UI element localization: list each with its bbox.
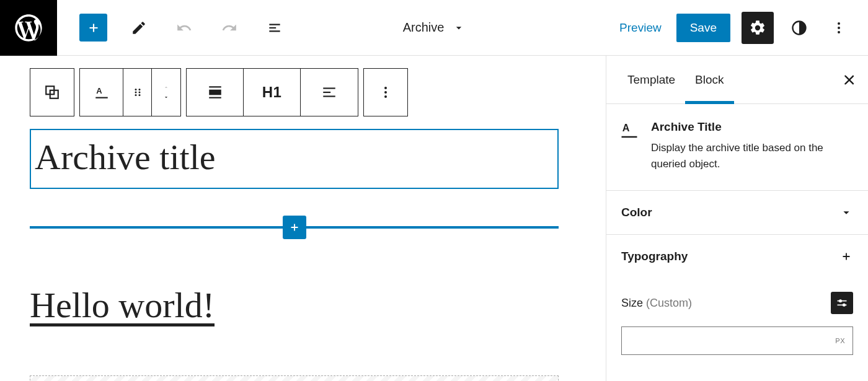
- close-icon: [842, 72, 857, 87]
- archive-title-block[interactable]: Archive title: [30, 129, 559, 189]
- size-preset-toggle[interactable]: [831, 292, 853, 314]
- svg-point-8: [135, 89, 136, 90]
- text-align-button[interactable]: [301, 69, 358, 116]
- template-title-dropdown[interactable]: Archive: [403, 20, 466, 35]
- sidebar-close-button[interactable]: [842, 72, 857, 87]
- heading-level-label: H1: [262, 84, 282, 101]
- svg-point-10: [135, 92, 136, 94]
- more-options-button[interactable]: [825, 14, 853, 42]
- plus-icon: [86, 20, 102, 36]
- font-size-row: Size (Custom): [606, 278, 868, 320]
- redo-icon: [221, 20, 237, 36]
- block-type-button[interactable]: A: [80, 69, 123, 116]
- font-size-input[interactable]: [622, 327, 852, 354]
- typography-section-label: Typography: [621, 250, 688, 263]
- tab-template[interactable]: Template: [618, 56, 685, 103]
- sidebar-tabs: Template Block: [606, 56, 868, 104]
- topbar-right: Preview Save: [616, 12, 868, 44]
- save-button[interactable]: Save: [676, 14, 730, 42]
- size-hint: (Custom): [646, 297, 692, 309]
- archive-title-text: Archive title: [35, 136, 552, 178]
- font-size-input-wrapper: PX: [621, 326, 853, 355]
- block-more-options[interactable]: [364, 69, 407, 116]
- pencil-icon: [131, 20, 147, 36]
- inline-inserter-button[interactable]: [283, 216, 306, 239]
- svg-point-1: [838, 22, 840, 25]
- align-icon: [207, 84, 223, 100]
- svg-text:A: A: [622, 122, 630, 133]
- svg-point-20: [384, 87, 387, 89]
- editor-main: A H1: [0, 56, 868, 381]
- block-inserter-line[interactable]: [30, 226, 559, 229]
- tab-block[interactable]: Block: [685, 56, 733, 103]
- svg-point-12: [135, 94, 136, 96]
- svg-point-26: [839, 299, 842, 302]
- drag-handle[interactable]: [123, 69, 152, 116]
- block-info-panel: A Archive Title Display the archive titl…: [606, 104, 868, 191]
- more-vertical-icon: [831, 20, 846, 35]
- redo-button[interactable]: [215, 14, 243, 42]
- placeholder-block[interactable]: [30, 375, 559, 381]
- svg-point-22: [384, 95, 387, 98]
- editor-canvas[interactable]: A H1: [0, 56, 606, 381]
- block-name-label: Archive Title: [651, 120, 854, 134]
- template-title-label: Archive: [403, 20, 445, 35]
- select-parent-button[interactable]: [30, 69, 74, 116]
- drag-icon: [132, 87, 143, 98]
- settings-sidebar: Template Block A Archive Title Display t…: [606, 56, 868, 381]
- post-title-link[interactable]: Hello world!: [30, 284, 606, 326]
- undo-icon: [176, 20, 192, 36]
- svg-point-13: [138, 94, 140, 96]
- svg-point-28: [843, 304, 846, 307]
- gear-icon: [749, 19, 766, 37]
- chevron-down-icon: [161, 94, 171, 100]
- svg-text:A: A: [96, 86, 102, 95]
- svg-point-21: [384, 91, 387, 94]
- edit-mode-button[interactable]: [125, 14, 153, 42]
- svg-rect-14: [209, 90, 221, 95]
- color-section-toggle[interactable]: Color: [606, 191, 868, 235]
- wordpress-icon: [12, 12, 45, 44]
- block-inserter-button[interactable]: [79, 14, 107, 42]
- svg-point-11: [138, 92, 140, 94]
- svg-point-3: [838, 31, 840, 33]
- align-button[interactable]: [187, 69, 244, 116]
- block-toolbar: A H1: [30, 68, 606, 116]
- sliders-icon: [836, 297, 848, 309]
- archive-title-icon: A: [620, 121, 639, 140]
- svg-point-9: [138, 89, 140, 90]
- plus-icon: [288, 221, 301, 234]
- editor-topbar: Archive Preview Save: [0, 0, 868, 56]
- size-label: Size: [621, 297, 643, 309]
- plus-icon: [839, 250, 853, 263]
- typography-section-toggle[interactable]: Typography: [606, 235, 868, 278]
- block-description: Display the archive title based on the q…: [651, 140, 854, 172]
- font-size-unit: PX: [835, 337, 845, 344]
- color-section-label: Color: [621, 206, 652, 219]
- undo-button[interactable]: [170, 14, 198, 42]
- list-view-button[interactable]: [260, 14, 288, 42]
- list-view-icon: [267, 20, 283, 36]
- styles-button[interactable]: [785, 14, 813, 42]
- contrast-icon: [790, 19, 808, 37]
- archive-title-icon: A: [94, 84, 110, 100]
- svg-point-2: [838, 27, 840, 29]
- chevron-down-icon: [453, 22, 465, 34]
- preview-button[interactable]: Preview: [616, 15, 665, 41]
- chevron-up-icon: [161, 84, 171, 90]
- text-align-icon: [321, 84, 337, 100]
- more-vertical-icon: [378, 85, 393, 100]
- block-movers[interactable]: [152, 69, 180, 116]
- chevron-down-icon: [839, 206, 853, 219]
- wp-logo-button[interactable]: [0, 0, 57, 56]
- heading-level-button[interactable]: H1: [244, 69, 301, 116]
- group-icon: [44, 84, 60, 100]
- settings-button[interactable]: [742, 12, 774, 44]
- topbar-left-tools: [57, 14, 288, 42]
